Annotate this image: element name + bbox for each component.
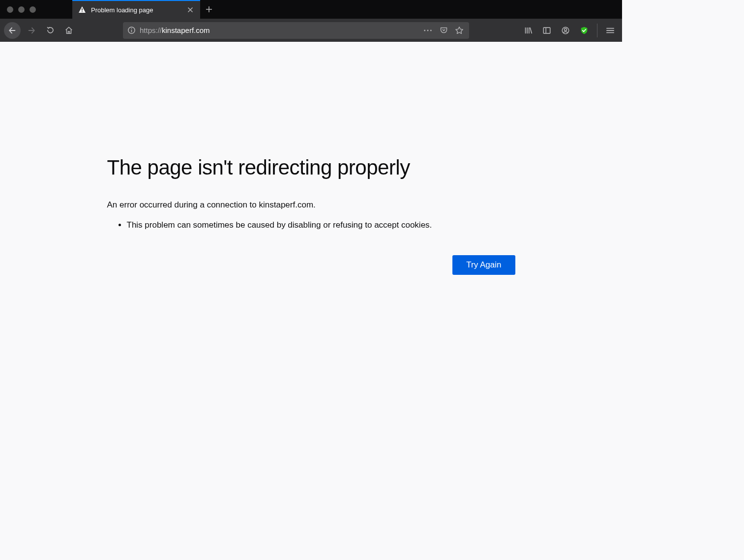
warning-icon	[78, 6, 86, 14]
new-tab-button[interactable]	[200, 0, 218, 19]
try-again-button[interactable]: Try Again	[452, 255, 515, 275]
svg-line-17	[530, 28, 532, 33]
account-button[interactable]	[557, 22, 574, 39]
bookmark-star-button[interactable]	[452, 24, 466, 37]
tab-strip: Problem loading page	[72, 0, 218, 19]
svg-point-11	[424, 29, 425, 31]
toolbar-separator	[597, 24, 597, 37]
pocket-button[interactable]	[437, 24, 450, 37]
browser-tab[interactable]: Problem loading page	[72, 0, 200, 19]
tracking-protection-icon[interactable]	[575, 22, 593, 39]
page-content: The page isn't redirecting properly An e…	[0, 42, 622, 467]
minimize-window-button[interactable]	[18, 6, 25, 13]
page-actions-button[interactable]	[421, 24, 435, 37]
reload-button[interactable]	[41, 22, 59, 39]
home-button[interactable]	[60, 22, 78, 39]
sidebar-button[interactable]	[538, 22, 556, 39]
url-text: https://kinstaperf.com	[140, 26, 418, 34]
error-actions: Try Again	[107, 255, 515, 275]
hamburger-menu-button[interactable]	[601, 22, 619, 39]
tab-title: Problem loading page	[91, 6, 181, 14]
svg-point-13	[430, 29, 432, 31]
window-controls	[0, 6, 43, 13]
svg-point-12	[427, 29, 429, 31]
url-prefix: https://	[140, 26, 162, 34]
url-domain: kinstaperf.com	[162, 26, 210, 34]
close-window-button[interactable]	[7, 6, 13, 13]
error-reason-item: This problem can sometimes be caused by …	[127, 219, 515, 232]
error-title: The page isn't redirecting properly	[107, 156, 515, 179]
close-tab-button[interactable]	[186, 6, 194, 14]
toolbar: https://kinstaperf.com	[0, 19, 622, 42]
error-reasons-list: This problem can sometimes be caused by …	[107, 219, 515, 232]
maximize-window-button[interactable]	[30, 6, 36, 13]
library-button[interactable]	[519, 22, 537, 39]
svg-rect-1	[82, 11, 83, 12]
svg-point-21	[565, 28, 567, 30]
url-bar[interactable]: https://kinstaperf.com	[123, 22, 469, 39]
error-container: The page isn't redirecting properly An e…	[107, 156, 515, 275]
titlebar: Problem loading page	[0, 0, 622, 19]
site-identity-icon[interactable]	[126, 25, 137, 36]
error-description: An error occurred during a connection to…	[107, 200, 515, 210]
svg-rect-0	[82, 8, 83, 11]
svg-point-9	[131, 28, 132, 29]
svg-rect-18	[543, 28, 550, 33]
back-button[interactable]	[4, 22, 21, 39]
forward-button[interactable]	[23, 22, 40, 39]
